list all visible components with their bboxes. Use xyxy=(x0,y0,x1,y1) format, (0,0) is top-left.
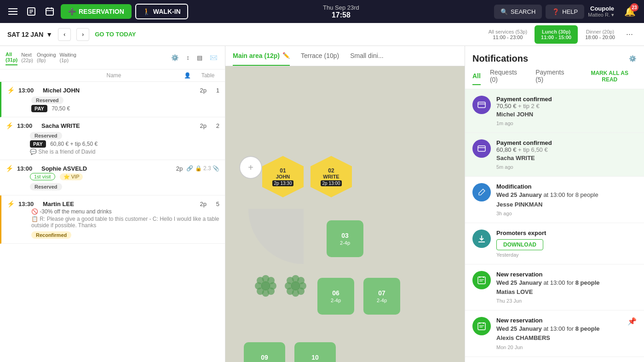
notification-type: Payment confirmed xyxy=(496,139,637,146)
res-time: 13:00 xyxy=(18,87,39,94)
status-badge: Reserved xyxy=(31,97,63,104)
area-tab-main[interactable]: Main area (12p) ✏️ xyxy=(233,46,290,66)
res-time: 13:00 xyxy=(17,165,38,172)
list-item[interactable]: ⚡ 13:30 Martin LEE 2p 5 🚫 -30% off the m… xyxy=(0,195,225,244)
filter-settings-button[interactable]: ⚙️ xyxy=(169,52,181,63)
filter-bar: All(31p) Next(22p) Ongoing(8p) Waiting(1… xyxy=(0,46,225,69)
table-09[interactable]: 09 2-4p xyxy=(244,342,285,362)
date-picker[interactable]: SAT 12 JAN ▼ xyxy=(7,31,52,38)
notification-detail: Wed 25 January at 13:00 for 8 people xyxy=(496,325,622,333)
zoom-button[interactable]: + xyxy=(239,156,262,179)
search-button[interactable]: 🔍 SEARCH xyxy=(494,5,542,19)
menu-button[interactable] xyxy=(6,4,20,19)
res-note: 💬 She is a friend of David xyxy=(30,149,219,155)
notification-type: Promoters export xyxy=(496,230,637,236)
pin-icon: 📌 xyxy=(627,317,637,350)
res-table: 5 xyxy=(210,201,219,207)
svg-rect-31 xyxy=(478,146,485,151)
svg-point-28 xyxy=(291,282,300,291)
svg-rect-2 xyxy=(8,14,17,15)
reservation-button[interactable]: ➕ RESERVATION xyxy=(61,4,132,19)
res-pax: 2p xyxy=(200,201,207,207)
notification-content: Modification Wed 25 January at 13:00 for… xyxy=(496,183,637,216)
svg-rect-40 xyxy=(478,323,485,330)
sort-button[interactable]: ↕️ xyxy=(184,52,191,63)
payment-icon xyxy=(472,96,491,114)
notification-item[interactable]: New reservation Wed 25 January at 13:00 … xyxy=(465,310,644,356)
table-02[interactable]: 02 WRITE 2p 13:00 xyxy=(310,156,352,197)
more-services-button[interactable]: ··· xyxy=(622,28,637,41)
table-07[interactable]: 07 2-4p xyxy=(363,278,400,315)
list-item[interactable]: ⚡ 13:00 Michel JOHN 2p 1 Reserved PAY 70… xyxy=(0,82,225,117)
dinner-tab[interactable]: Dinner (20p) 18:00 - 20:00 xyxy=(579,25,621,44)
walkin-icon: 🚶 xyxy=(143,8,150,15)
list-item[interactable]: ⚡ 13:00 Sacha WRITE 2p 2 Reserved PAY 60… xyxy=(0,117,225,160)
reservation-icon: ➕ xyxy=(68,8,76,15)
help-button[interactable]: ❓ HELP xyxy=(546,5,584,19)
notifications-settings-button[interactable]: ⚙️ xyxy=(629,55,637,62)
notification-type: New reservation xyxy=(496,271,637,278)
book-icon-button[interactable] xyxy=(24,4,39,19)
list-item[interactable]: ⚡ 13:00 Sophie ASVELD 2p 🔗 🔒 2.3 📎 1st v… xyxy=(0,160,225,195)
top-navigation: ➕ RESERVATION 🚶 WALK-IN Thu Sep 23rd 17:… xyxy=(0,0,644,23)
all-services-tab[interactable]: All services (53p) 11:00 - 23:00 xyxy=(482,25,534,44)
svg-rect-29 xyxy=(478,102,485,108)
vip-tag: ⭐ VIP xyxy=(60,173,83,180)
notif-tab-requests[interactable]: Requests (0) xyxy=(490,64,526,89)
prev-day-button[interactable]: ‹ xyxy=(58,28,71,41)
table-03[interactable]: 03 2-4p xyxy=(327,220,363,257)
notifications-header: Notifications ⚙️ xyxy=(465,46,644,64)
svg-rect-35 xyxy=(478,277,485,284)
area-tab-small[interactable]: Small dini... xyxy=(350,46,383,66)
notification-item[interactable]: Payment confirmed 70,50 € + tip 2 € Mich… xyxy=(465,89,644,133)
table-01[interactable]: 01 JOHN 2p 13:30 xyxy=(262,156,304,197)
modification-icon xyxy=(472,183,491,201)
notifications-button[interactable]: 🔔 23 xyxy=(621,3,638,20)
lunch-tab[interactable]: Lunch (30p) 11:00 - 15:00 xyxy=(535,25,578,44)
first-visit-tag: 1st visit xyxy=(30,173,55,180)
svg-point-19 xyxy=(261,282,270,291)
notification-content: Payment confirmed 70,50 € + tip 2 € Mich… xyxy=(496,96,637,126)
notification-person: Michel JOHN xyxy=(496,110,637,119)
area-tab-terrace[interactable]: Terrace (10p) xyxy=(301,46,339,66)
notification-item[interactable]: New reservation Wed 25 January at 13:00 … xyxy=(465,264,644,310)
walkin-button[interactable]: 🚶 WALK-IN xyxy=(135,4,188,19)
calendar-icon-button[interactable] xyxy=(42,4,57,19)
notification-detail: Wed 25 January at 13:00 for 8 people xyxy=(496,279,637,287)
view-toggle-button[interactable]: ▤ xyxy=(195,52,204,63)
notification-item[interactable]: Payment confirmed 60,80 € + tip 6,50 € S… xyxy=(465,133,644,177)
notifications-tabs: All Requests (0) Payments (5) MARK ALL A… xyxy=(465,64,644,89)
filter-tab-waiting[interactable]: Waiting(1p) xyxy=(60,50,76,65)
notification-item[interactable]: New reservation Wed 25 January at 13:00 … xyxy=(465,357,644,362)
download-button[interactable]: DOWNLOAD xyxy=(496,239,543,250)
res-name: Sophie ASVELD xyxy=(41,165,172,172)
status-badge: Reconfirmed xyxy=(31,231,71,239)
res-pax: 2p xyxy=(200,122,207,129)
table-10[interactable]: 10 2-4p xyxy=(294,342,336,362)
message-button[interactable]: ✉️ xyxy=(208,52,219,63)
notification-item[interactable]: Promoters export DOWNLOAD Yesterday xyxy=(465,223,644,264)
notification-time: 3h ago xyxy=(496,211,637,216)
notification-time: Yesterday xyxy=(496,252,637,258)
res-time: 13:30 xyxy=(18,201,39,207)
res-table: 2 xyxy=(210,122,219,129)
go-to-today-button[interactable]: GO TO TODAY xyxy=(95,31,136,38)
filter-tab-ongoing[interactable]: Ongoing(8p) xyxy=(37,50,56,65)
table-06[interactable]: 06 2-4p xyxy=(317,278,354,315)
edit-icon[interactable]: ✏️ xyxy=(282,52,290,59)
status-badge: Reserved xyxy=(30,132,62,139)
res-note: 🚫 -30% off the menu and drinks xyxy=(31,208,219,215)
next-day-button[interactable]: › xyxy=(76,28,89,41)
reservation-list: ⚡ 13:00 Michel JOHN 2p 1 Reserved PAY 70… xyxy=(0,82,225,362)
notifications-panel: Notifications ⚙️ All Requests (0) Paymen… xyxy=(465,46,644,362)
notif-tab-all[interactable]: All xyxy=(472,68,481,85)
flower-decoration-1 xyxy=(253,273,278,299)
filter-tab-next[interactable]: Next(22p) xyxy=(21,50,33,65)
notifications-title: Notifications xyxy=(472,53,629,64)
filter-tab-all[interactable]: All(31p) xyxy=(6,50,17,65)
notif-tab-payments[interactable]: Payments (5) xyxy=(535,64,573,89)
res-pax: 2p xyxy=(200,87,207,94)
mark-all-read-button[interactable]: MARK ALL AS READ xyxy=(582,70,637,83)
reservations-panel: All(31p) Next(22p) Ongoing(8p) Waiting(1… xyxy=(0,46,225,362)
notification-item[interactable]: Modification Wed 25 January at 13:00 for… xyxy=(465,177,644,223)
